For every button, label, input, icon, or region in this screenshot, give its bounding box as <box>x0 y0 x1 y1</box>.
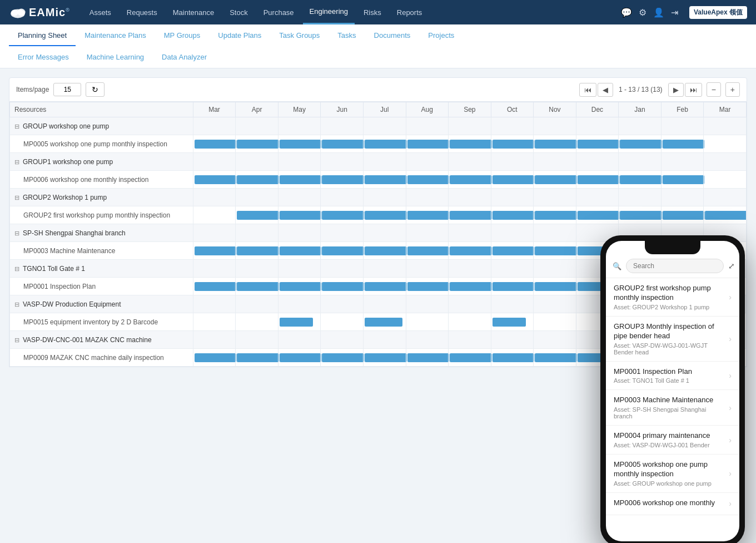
collapse-icon[interactable]: ⊟ <box>14 194 19 201</box>
phone-item-content: MP0006 workshop one monthly <box>614 498 724 509</box>
gantt-cell <box>534 331 576 349</box>
gantt-cell <box>491 260 534 278</box>
phone-item-content: GROUP3 Monthly inspection of pipe bender… <box>614 322 724 356</box>
nav-purchase[interactable]: Purchase <box>257 0 301 24</box>
gantt-bar <box>493 318 526 327</box>
collapse-icon[interactable]: ⊟ <box>14 230 19 236</box>
gantt-cell <box>406 260 449 278</box>
table-row[interactable]: GROUP2 first workshop pump monthly inspe… <box>10 206 747 224</box>
list-item[interactable]: MP0004 primary maintenanceAsset: VASP-DW… <box>606 426 739 455</box>
tab-machine-learning[interactable]: Machine Learning <box>78 46 153 68</box>
gantt-bar <box>663 175 705 184</box>
logo-text: EAMic <box>29 6 66 19</box>
table-row[interactable]: ⊟GROUP1 workshop one pump <box>10 153 747 171</box>
gantt-cell <box>449 313 491 331</box>
chat-icon[interactable]: 💬 <box>621 7 632 18</box>
gantt-cell <box>449 260 491 278</box>
list-item[interactable]: MP0005 workshop one pump monthly inspect… <box>606 455 739 493</box>
phone-overlay: 🔍 ⤢ ☰ GROUP2 first workshop pump monthly… <box>600 235 745 543</box>
nav-reports[interactable]: Reports <box>390 0 429 24</box>
tab-mp-groups[interactable]: MP Groups <box>155 24 210 46</box>
collapse-icon[interactable]: ⊟ <box>14 265 19 272</box>
month-sep: Sep <box>449 102 491 117</box>
gantt-cell <box>363 117 406 135</box>
tab-maintenance-plans[interactable]: Maintenance Plans <box>76 24 155 46</box>
gantt-cell <box>236 260 278 278</box>
phone-item-sub: Asset: TGNO1 Toll Gate # 1 <box>614 377 724 384</box>
chevron-right-icon: › <box>729 334 732 343</box>
list-item[interactable]: MP0006 workshop one monthly› <box>606 493 739 515</box>
last-page-button[interactable]: ⏭ <box>685 83 702 97</box>
gantt-bar <box>237 353 279 362</box>
gantt-cell <box>491 313 534 331</box>
gantt-cell <box>449 242 491 260</box>
nav-risks[interactable]: Risks <box>357 0 388 24</box>
table-row[interactable]: MP0005 workshop one pump monthly inspect… <box>10 135 747 153</box>
nav-engineering[interactable]: Engineering <box>303 0 355 24</box>
gantt-cell <box>576 117 619 135</box>
list-item[interactable]: GROUP2 first workshop pump monthly inspe… <box>606 278 739 317</box>
tab-tasks[interactable]: Tasks <box>329 24 365 46</box>
gantt-bar <box>535 282 577 291</box>
table-row[interactable]: ⊟GROUP workshop one pump <box>10 117 747 135</box>
gantt-cell <box>321 349 364 367</box>
gantt-bar <box>195 140 237 149</box>
table-row[interactable]: ⊟GROUP2 Workshop 1 pump <box>10 189 747 206</box>
gantt-cell <box>363 224 406 242</box>
gantt-cell <box>491 135 534 153</box>
user-icon[interactable]: 👤 <box>653 7 664 18</box>
refresh-button[interactable]: ↻ <box>86 82 105 97</box>
prev-page-button[interactable]: ◀ <box>598 83 613 97</box>
nav-maintenance[interactable]: Maintenance <box>166 0 221 24</box>
nav-stock[interactable]: Stock <box>223 0 255 24</box>
next-page-button[interactable]: ▶ <box>668 83 684 97</box>
gantt-bar <box>407 353 450 362</box>
phone-search-input[interactable] <box>626 259 724 273</box>
first-page-button[interactable]: ⏮ <box>579 83 596 97</box>
tab-planning-sheet[interactable]: Planning Sheet <box>9 24 76 46</box>
gantt-bar <box>365 246 407 255</box>
logout-icon[interactable]: ⇥ <box>671 7 678 18</box>
phone-expand-icon[interactable]: ⤢ <box>728 261 735 270</box>
nav-assets[interactable]: Assets <box>83 0 118 24</box>
list-item[interactable]: MP0003 Machine MaintenanceAsset: SP-SH S… <box>606 390 739 426</box>
collapse-icon[interactable]: ⊟ <box>14 337 19 343</box>
collapse-icon[interactable]: ⊟ <box>14 159 19 165</box>
collapse-icon[interactable]: ⊟ <box>14 123 19 130</box>
list-item[interactable]: GROUP3 Monthly inspection of pipe bender… <box>606 317 739 362</box>
phone-item-content: MP0005 workshop one pump monthly inspect… <box>614 460 724 487</box>
collapse-icon[interactable]: ⊟ <box>14 301 19 308</box>
gantt-cell <box>449 224 491 242</box>
page-info: 1 - 13 / 13 (13) <box>614 86 667 93</box>
month-mar-1: Mar <box>193 102 236 117</box>
tab-projects[interactable]: Projects <box>419 24 463 46</box>
tab-documents[interactable]: Documents <box>365 24 420 46</box>
tab-update-plans[interactable]: Update Plans <box>209 24 270 46</box>
gantt-cell <box>278 260 321 278</box>
nav-requests[interactable]: Requests <box>120 0 164 24</box>
gantt-cell <box>661 171 704 189</box>
settings-icon[interactable]: ⚙ <box>639 7 646 18</box>
gantt-bar <box>493 140 535 149</box>
phone-item-title: MP0001 Inspection Plan <box>614 367 724 377</box>
gantt-bar <box>535 175 577 184</box>
tab-data-analyzer[interactable]: Data Analyzer <box>153 46 216 68</box>
gantt-cell <box>449 117 491 135</box>
gantt-bar <box>322 246 364 255</box>
gantt-cell <box>278 331 321 349</box>
gantt-cell <box>406 206 449 224</box>
gantt-bar <box>407 140 450 149</box>
gantt-bar <box>280 282 322 291</box>
gantt-cell <box>406 349 449 367</box>
gantt-cell <box>321 189 364 206</box>
table-row[interactable]: MP0006 workshop one monthly inspection <box>10 171 747 189</box>
zoom-in-button[interactable]: + <box>725 82 740 97</box>
list-item[interactable]: MP0001 Inspection PlanAsset: TGNO1 Toll … <box>606 362 739 391</box>
tab-task-groups[interactable]: Task Groups <box>270 24 329 46</box>
phone-item-content: MP0001 Inspection PlanAsset: TGNO1 Toll … <box>614 367 724 384</box>
zoom-out-button[interactable]: − <box>707 82 721 97</box>
tab-error-messages[interactable]: Error Messages <box>9 46 78 68</box>
items-per-page-input[interactable] <box>53 83 81 96</box>
gantt-bar <box>365 282 407 291</box>
gantt-cell <box>278 278 321 295</box>
